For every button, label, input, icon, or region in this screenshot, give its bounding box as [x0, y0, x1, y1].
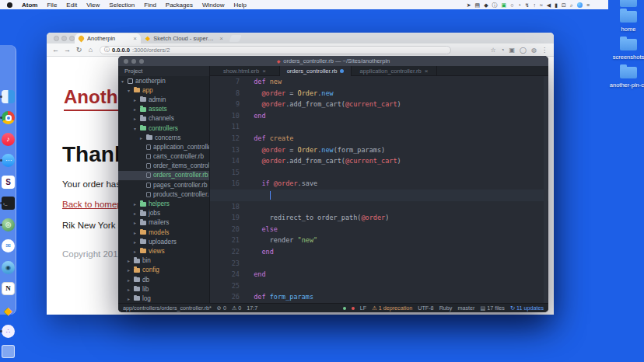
extension-icon-4[interactable]: ◍ [531, 47, 537, 54]
status-errors-badge[interactable]: ⊘ 0 [217, 305, 226, 312]
desktop-folder-screenshots[interactable] [620, 39, 637, 50]
status-cursor-position[interactable]: 17:7 [247, 305, 257, 312]
tree-item-admin[interactable]: ▸admin [118, 95, 209, 104]
tree-item-views[interactable]: ▸views [118, 246, 209, 256]
code-line-26[interactable]: def form_params [246, 291, 542, 303]
tree-item-jobs[interactable]: ▸jobs [118, 209, 209, 218]
messages-dock-icon[interactable]: ⋯ [2, 154, 15, 167]
terminal-dock-icon[interactable]: ›_ [2, 197, 15, 210]
code-line-17[interactable] [246, 190, 542, 201]
menu-item-view[interactable]: View [82, 2, 104, 9]
info-icon[interactable]: ⓘ [492, 2, 498, 8]
code-line-7[interactable]: def new [246, 76, 542, 88]
atom-dock-icon[interactable]: ⊛ [2, 218, 15, 231]
atom-close-button[interactable] [124, 59, 128, 64]
tree-item-order-items-controller-rb[interactable]: order_items_controller.rb [118, 162, 209, 171]
menu-item-edit[interactable]: Edit [61, 2, 82, 9]
tree-item-log[interactable]: ▸log [118, 294, 209, 303]
finder-dock-icon[interactable] [2, 90, 15, 103]
browser-minimize-button[interactable] [61, 36, 67, 41]
editor-tab-1[interactable]: show.html.erb× [210, 66, 280, 76]
code-line-19[interactable]: redirect_to order_path(@order) [246, 212, 542, 224]
siri-icon[interactable] [577, 2, 583, 8]
extension-icon-3[interactable]: ◯ [520, 47, 527, 54]
tree-item-helpers[interactable]: ▸helpers [118, 199, 209, 208]
editor-tab-2[interactable]: orders_controller.rb [280, 66, 352, 76]
status-red-dot[interactable] [352, 307, 355, 310]
display-icon[interactable]: ⊡ [562, 2, 566, 8]
tree-item-mailers[interactable]: ▸mailers [118, 218, 209, 228]
tree-item-app[interactable]: ▾app [118, 85, 209, 95]
battery-icon[interactable]: ▮ [555, 2, 558, 8]
code-line-22[interactable]: end [246, 246, 542, 258]
apple-menu-icon[interactable] [7, 2, 12, 8]
code-line-16[interactable]: if @order.save [246, 178, 542, 190]
atom-zoom-button[interactable] [139, 59, 144, 64]
shield-icon[interactable]: ◆ [484, 2, 488, 8]
code-line-24[interactable]: end [246, 269, 542, 280]
address-bar[interactable]: ⓘ 0.0.0.0 :3000/orders/2 [100, 46, 451, 54]
menu-item-file[interactable]: File [42, 2, 61, 9]
wifi-icon[interactable]: ≈ [540, 2, 543, 8]
tree-item-uploaders[interactable]: ▸uploaders [118, 237, 209, 246]
editor-scrollbar[interactable] [544, 76, 548, 303]
bolt-icon[interactable]: ↯ [525, 2, 530, 8]
code-line-25[interactable] [246, 280, 542, 292]
browser-menu-icon[interactable]: ⋮ [541, 47, 548, 54]
tree-item-db[interactable]: ▸db [118, 275, 209, 284]
tab-close-icon[interactable]: × [425, 68, 429, 75]
back-button[interactable]: ← [50, 46, 61, 54]
status-files-count[interactable]: ▤ 17 files [480, 305, 505, 312]
code-editor[interactable]: 7891011121314151617181920212223242526 de… [210, 76, 548, 303]
code-line-15[interactable] [246, 167, 542, 179]
music-dock-icon[interactable]: ♪ [2, 133, 15, 146]
status-line-ending[interactable]: LF [360, 305, 366, 312]
tree-item-carts-controller-rb[interactable]: carts_controller.rb [118, 152, 209, 162]
menu-item-packages[interactable]: Packages [161, 2, 198, 9]
notification-center-icon[interactable]: ≡ [586, 2, 590, 8]
capture-icon[interactable]: ▤ [475, 2, 481, 8]
code-line-11[interactable] [246, 121, 542, 133]
tree-item-products-controller-rb[interactable]: products_controller.rb [118, 190, 209, 199]
code-line-21[interactable]: render "new" [246, 235, 542, 246]
tree-item-application-controller-rb[interactable]: application_controller.rb [118, 142, 209, 151]
tree-item-channels[interactable]: ▸channels [118, 114, 209, 124]
green-app-icon[interactable]: ▣ [502, 2, 507, 8]
screenflow-dock-icon[interactable]: ∴ [2, 325, 15, 338]
code-line-8[interactable]: @order = Order.new [246, 88, 542, 99]
status-warnings-badge[interactable]: ⚠ 0 [232, 305, 241, 312]
tree-item-controllers[interactable]: ▾controllers [118, 124, 209, 133]
code-line-14[interactable]: @order.add_from_cart(@current_cart) [246, 155, 542, 167]
tree-item-bin[interactable]: ▸bin [118, 256, 209, 266]
tree-item-orders-controller-rb[interactable]: orders_controller.rb [118, 171, 209, 180]
tab-close-icon[interactable]: × [133, 35, 137, 42]
notion-dock-icon[interactable]: N [2, 282, 15, 295]
updates-icon[interactable]: ↑ [534, 2, 537, 8]
chrome-dock-icon[interactable] [2, 111, 15, 124]
reload-button[interactable]: ↻ [73, 46, 85, 54]
slack-dock-icon[interactable]: S [2, 176, 15, 189]
tree-item-config[interactable]: ▸config [118, 266, 209, 275]
atom-minimize-button[interactable] [131, 59, 136, 64]
status-file-path[interactable]: app/controllers/orders_controller.rb* [123, 305, 212, 312]
tab-close-icon[interactable]: × [262, 68, 266, 75]
home-button[interactable]: ⌂ [85, 46, 96, 54]
extension-icon-1[interactable]: ◔ [501, 47, 505, 54]
editor-tab-3[interactable]: application_controller.rb× [352, 66, 437, 76]
code-line-12[interactable]: def create [246, 133, 542, 144]
browser-close-button[interactable] [54, 36, 59, 41]
pointer-icon[interactable]: ➤ [467, 2, 471, 8]
tree-item-lib[interactable]: ▸lib [118, 284, 209, 294]
menu-item-selection[interactable]: Selection [104, 2, 139, 9]
extension-icon-2[interactable]: ▣ [509, 47, 516, 54]
bookmark-star-icon[interactable]: ☆ [490, 47, 495, 54]
status-git-branch[interactable]: master [457, 305, 474, 312]
sketch-dock-icon[interactable]: ◆ [2, 304, 15, 317]
browser-tab-2[interactable]: ◆Sketch Cloud - superHi Store× [142, 33, 227, 44]
menu-app-name[interactable]: Atom [17, 2, 42, 9]
status-deprecation[interactable]: ⚠ 1 deprecation [372, 305, 412, 312]
menu-item-find[interactable]: Find [139, 2, 161, 9]
browser-zoom-button[interactable] [69, 36, 75, 41]
menu-item-window[interactable]: Window [198, 2, 229, 9]
code-line-23[interactable] [246, 258, 542, 270]
